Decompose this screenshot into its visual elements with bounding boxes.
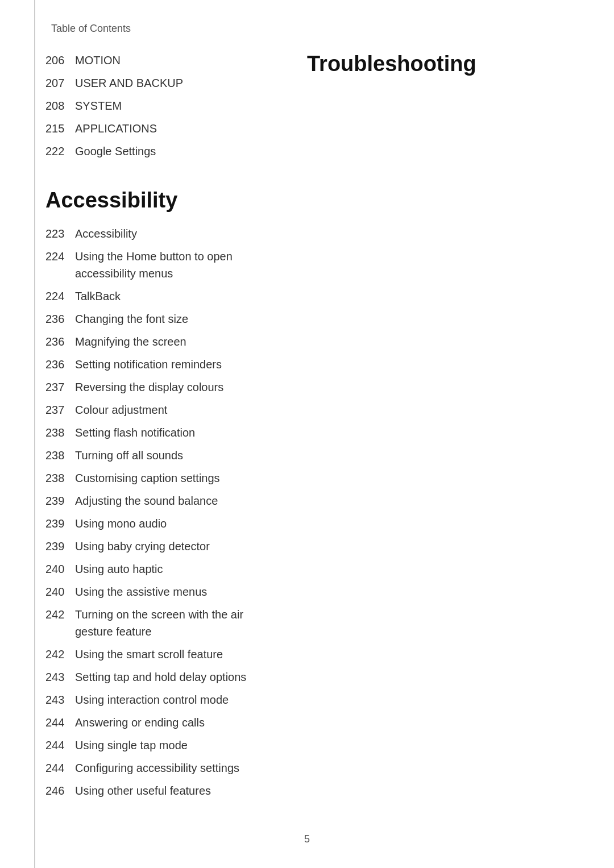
item-text: Using other useful features bbox=[75, 782, 211, 799]
top-toc-item: 215APPLICATIONS bbox=[45, 120, 284, 137]
accessibility-toc-item: 242Using the smart scroll feature bbox=[45, 646, 284, 663]
page-num: 207 bbox=[45, 74, 75, 92]
item-text: Turning off all sounds bbox=[75, 447, 183, 464]
item-text: Using the smart scroll feature bbox=[75, 646, 223, 663]
item-text: SYSTEM bbox=[75, 97, 122, 114]
accessibility-toc-item: 236Magnifying the screen bbox=[45, 333, 284, 350]
page-num: 236 bbox=[45, 333, 75, 350]
page-number: 5 bbox=[304, 833, 310, 845]
accessibility-toc-item: 238Setting flash notification bbox=[45, 424, 284, 441]
accessibility-heading: Accessibility bbox=[45, 188, 284, 213]
item-text: Reversing the display colours bbox=[75, 379, 223, 396]
accessibility-toc-item: 224TalkBack bbox=[45, 288, 284, 305]
accessibility-toc-item: 239Adjusting the sound balance bbox=[45, 492, 284, 509]
accessibility-toc-item: 239Using mono audio bbox=[45, 515, 284, 532]
page-num: 243 bbox=[45, 691, 75, 708]
item-text: Changing the font size bbox=[75, 310, 188, 327]
top-toc-item: 222Google Settings bbox=[45, 143, 284, 160]
page-num: 244 bbox=[45, 759, 75, 776]
item-text: APPLICATIONS bbox=[75, 120, 157, 137]
accessibility-toc-item: 223Accessibility bbox=[45, 225, 284, 242]
accessibility-toc-item: 244Using single tap mode bbox=[45, 737, 284, 754]
item-text: Configuring accessibility settings bbox=[75, 759, 239, 776]
toc-label: Table of Contents bbox=[45, 23, 569, 35]
item-text: Turning on the screen with the airgestur… bbox=[75, 606, 243, 640]
item-text: Accessibility bbox=[75, 225, 137, 242]
item-text: Using mono audio bbox=[75, 515, 167, 532]
line1: Turning on the screen with the air bbox=[75, 606, 243, 623]
page-num: 240 bbox=[45, 583, 75, 600]
line2: accessibility menus bbox=[75, 265, 233, 282]
page-num: 242 bbox=[45, 606, 75, 640]
page-num: 236 bbox=[45, 310, 75, 327]
item-text: Using single tap mode bbox=[75, 737, 188, 754]
left-column: 206MOTION207USER AND BACKUP208SYSTEM215A… bbox=[45, 52, 284, 805]
item-text: MOTION bbox=[75, 52, 121, 69]
accessibility-toc-item: 236Changing the font size bbox=[45, 310, 284, 327]
page-num: 206 bbox=[45, 52, 75, 69]
page-num: 224 bbox=[45, 288, 75, 305]
accessibility-toc-item: 237Colour adjustment bbox=[45, 401, 284, 418]
accessibility-toc-item: 244Configuring accessibility settings bbox=[45, 759, 284, 776]
accessibility-toc-item: 240Using auto haptic bbox=[45, 560, 284, 578]
page-num: 223 bbox=[45, 225, 75, 242]
accessibility-items-list: 223Accessibility224Using the Home button… bbox=[45, 225, 284, 799]
item-text: Customising caption settings bbox=[75, 470, 220, 487]
item-text: Setting flash notification bbox=[75, 424, 195, 441]
accessibility-toc-item: 240Using the assistive menus bbox=[45, 583, 284, 600]
item-text: Colour adjustment bbox=[75, 401, 167, 418]
item-text: Adjusting the sound balance bbox=[75, 492, 218, 509]
accessibility-toc-item: 242Turning on the screen with the airges… bbox=[45, 606, 284, 640]
item-text: Setting tap and hold delay options bbox=[75, 668, 246, 686]
accessibility-toc-item: 243Using interaction control mode bbox=[45, 691, 284, 708]
page-num: 239 bbox=[45, 515, 75, 532]
page-num: 246 bbox=[45, 782, 75, 799]
accessibility-toc-item: 244Answering or ending calls bbox=[45, 714, 284, 731]
page-num: 244 bbox=[45, 737, 75, 754]
page-num: 238 bbox=[45, 424, 75, 441]
page-num: 215 bbox=[45, 120, 75, 137]
item-text: Setting notification reminders bbox=[75, 356, 222, 373]
item-text: Using auto haptic bbox=[75, 560, 163, 578]
item-text: TalkBack bbox=[75, 288, 121, 305]
page-num: 236 bbox=[45, 356, 75, 373]
item-text: USER AND BACKUP bbox=[75, 74, 183, 92]
line1: Using the Home button to open bbox=[75, 248, 233, 265]
page-footer: 5 bbox=[0, 833, 614, 845]
page-num: 237 bbox=[45, 379, 75, 396]
item-text: Answering or ending calls bbox=[75, 714, 205, 731]
accessibility-toc-item: 246Using other useful features bbox=[45, 782, 284, 799]
accessibility-toc-item: 224Using the Home button to openaccessib… bbox=[45, 248, 284, 282]
accessibility-toc-item: 238Turning off all sounds bbox=[45, 447, 284, 464]
page-num: 239 bbox=[45, 492, 75, 509]
main-content: 206MOTION207USER AND BACKUP208SYSTEM215A… bbox=[45, 52, 569, 805]
page-num: 222 bbox=[45, 143, 75, 160]
page-container: Table of Contents 206MOTION207USER AND B… bbox=[0, 0, 614, 868]
accessibility-section: Accessibility 223Accessibility224Using t… bbox=[45, 188, 284, 799]
top-items-list: 206MOTION207USER AND BACKUP208SYSTEM215A… bbox=[45, 52, 284, 160]
page-num: 237 bbox=[45, 401, 75, 418]
item-text: Magnifying the screen bbox=[75, 333, 186, 350]
accessibility-toc-item: 237Reversing the display colours bbox=[45, 379, 284, 396]
page-num: 238 bbox=[45, 470, 75, 487]
top-toc-item: 207USER AND BACKUP bbox=[45, 74, 284, 92]
page-num: 238 bbox=[45, 447, 75, 464]
item-text: Google Settings bbox=[75, 143, 156, 160]
troubleshooting-heading: Troubleshooting bbox=[307, 52, 569, 76]
page-num: 244 bbox=[45, 714, 75, 731]
page-num: 224 bbox=[45, 248, 75, 282]
accessibility-toc-item: 238Customising caption settings bbox=[45, 470, 284, 487]
item-text: Using the Home button to openaccessibili… bbox=[75, 248, 233, 282]
page-num: 242 bbox=[45, 646, 75, 663]
page-num: 240 bbox=[45, 560, 75, 578]
left-border bbox=[34, 0, 35, 868]
page-num: 208 bbox=[45, 97, 75, 114]
item-text: Using interaction control mode bbox=[75, 691, 229, 708]
item-text: Using the assistive menus bbox=[75, 583, 207, 600]
page-num: 243 bbox=[45, 668, 75, 686]
right-column: Troubleshooting bbox=[284, 52, 569, 805]
line2: gesture feature bbox=[75, 623, 243, 640]
top-toc-item: 208SYSTEM bbox=[45, 97, 284, 114]
accessibility-toc-item: 239Using baby crying detector bbox=[45, 538, 284, 555]
accessibility-toc-item: 236Setting notification reminders bbox=[45, 356, 284, 373]
